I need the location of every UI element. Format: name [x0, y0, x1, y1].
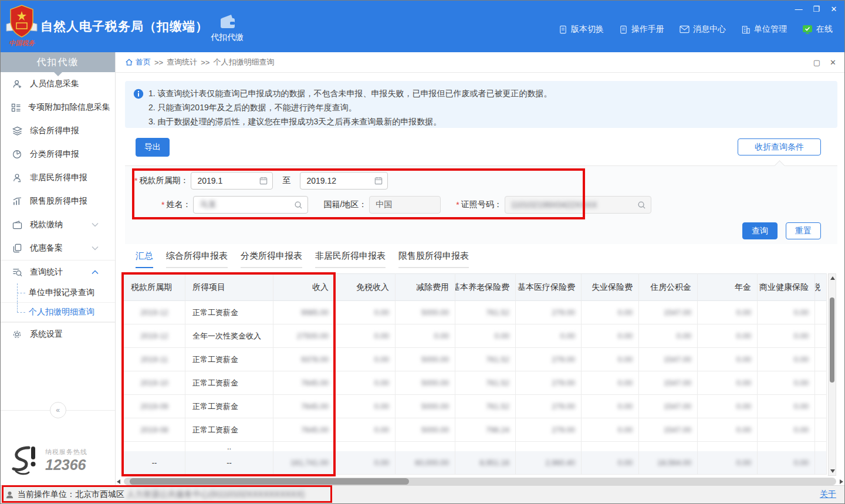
required-asterisk: * — [134, 176, 137, 185]
sidebar-item-6[interactable]: 限售股所得申报 — [1, 190, 115, 213]
period-to-input[interactable]: 2019.12 — [300, 172, 388, 190]
sidebar-item-3[interactable]: 综合所得申报 — [1, 119, 115, 143]
cell-value: 0.00 — [698, 348, 758, 371]
panel-maximize-icon[interactable]: ▢ — [813, 58, 820, 67]
person-icon — [11, 173, 23, 182]
cell-value: 798.24 — [455, 418, 516, 442]
vertical-scroll-thumb[interactable] — [830, 297, 834, 383]
cell-total-value: 18,564.00 — [639, 451, 698, 475]
scroll-up-arrow[interactable] — [830, 276, 835, 280]
cell-value: 0.00 — [698, 371, 758, 395]
col-header-text: 减除费用 — [416, 282, 449, 293]
result-table: 税款所属期所得项目收入免税收入减除费用基本养老保险费基本医疗保险费失业保险费住房… — [124, 273, 828, 475]
id-number-input[interactable]: 110102199X0422XXXX — [505, 196, 651, 214]
cell-clipped — [639, 442, 698, 451]
cell-value: 0.00 — [758, 418, 815, 442]
breadcrumb-home[interactable]: 首页 — [125, 57, 151, 67]
col-header-text: 失业保险费 — [592, 282, 633, 293]
tab-1[interactable]: 汇总 — [136, 251, 153, 268]
cell-value-text: 5000.00 — [421, 425, 449, 434]
breadcrumb-item[interactable]: 查询统计 — [167, 57, 197, 67]
cell-value: 761.52 — [455, 395, 516, 418]
sidebar-item-query-stats[interactable]: 查询统计 — [1, 260, 115, 283]
cell-item: 全年一次性奖金收入 — [185, 324, 273, 348]
cell-value: 1547.00 — [639, 301, 698, 324]
nationality-input[interactable]: 中国 — [369, 196, 441, 214]
tab-2[interactable]: 综合所得申报表 — [166, 251, 228, 268]
sidebar-item-2[interactable]: 专项附加扣除信息采集 — [1, 96, 115, 119]
minimize-button[interactable]: — — [794, 4, 803, 13]
cell-total-value: 8,951.16 — [455, 451, 516, 475]
cell-value: 0.00 — [582, 418, 639, 442]
cell-period: 2019-12 — [124, 301, 185, 324]
cell-total-value-text: 161,741.00 — [290, 458, 329, 467]
cell-value: 1547.00 — [639, 371, 698, 395]
scroll-down-arrow[interactable] — [830, 469, 835, 473]
notice-line-3: 3. 由于数据处理的滞后性，建议您在申报成功3天之后再来查询最新的申报数据。 — [148, 115, 830, 128]
horizontal-scrollbar[interactable] — [124, 478, 836, 485]
scroll-right-arrow[interactable] — [840, 479, 843, 484]
sidebar-subitem-2[interactable]: 个人扣缴明细查询 — [1, 303, 115, 322]
sidebar-item-label: 系统设置 — [30, 329, 108, 340]
about-link[interactable]: 关于 — [820, 489, 836, 500]
close-button[interactable]: ✕ — [829, 4, 839, 13]
header-menu-item-4[interactable]: 单位管理 — [741, 24, 787, 35]
sidebar-item-settings[interactable]: 系统设置 — [1, 322, 115, 346]
sidebar-item-8[interactable]: 优惠备案 — [1, 236, 115, 260]
vertical-scrollbar[interactable] — [828, 273, 836, 476]
calendar-icon[interactable] — [259, 177, 268, 185]
cell-value: 279.00 — [516, 301, 582, 324]
cell-value-text: 7645.00 — [301, 402, 329, 411]
calendar-icon[interactable] — [374, 177, 383, 185]
sidebar-item-4[interactable]: 分类所得申报 — [1, 143, 115, 166]
sidebar-item-5[interactable]: 非居民所得申报 — [1, 166, 115, 190]
tab-withholding-module[interactable]: 代扣代缴 — [205, 8, 249, 49]
name-input[interactable]: 马某 — [193, 196, 308, 214]
cell-value: 761.52 — [455, 371, 516, 395]
cell-period-text: 2019-12 — [140, 332, 168, 340]
document-icon — [619, 25, 628, 34]
restore-button[interactable]: ❐ — [812, 4, 821, 13]
header-menu-item-5[interactable]: 在线 — [802, 24, 833, 35]
export-button[interactable]: 导出 — [136, 138, 170, 157]
sidebar-header: 代扣代缴 — [1, 52, 115, 72]
cell-value-text: 0.00 — [794, 332, 809, 340]
panel-close-icon[interactable]: ✕ — [830, 58, 836, 67]
cell-value — [815, 418, 827, 442]
cell-item-text: 正常工资薪金 — [192, 354, 238, 365]
cell-value: 5000.00 — [396, 301, 455, 324]
scroll-left-arrow[interactable] — [117, 479, 120, 484]
sidebar-subitem-1[interactable]: 单位申报记录查询 — [1, 283, 115, 303]
list-icon — [11, 103, 21, 112]
cell-period-text: 2019-10 — [140, 378, 168, 387]
header-menu: 版本切换操作手册消息中心单位管理在线 — [559, 24, 833, 35]
bar-chart-icon — [11, 197, 23, 206]
cell-value: 5000.00 — [396, 371, 455, 395]
header-menu-item-1[interactable]: 版本切换 — [559, 24, 604, 35]
cell-value-text: 279.00 — [552, 425, 575, 434]
reset-button[interactable]: 重置 — [786, 222, 821, 239]
header-menu-item-3[interactable]: 消息中心 — [680, 24, 726, 35]
sidebar-item-label: 分类所得申报 — [30, 149, 108, 160]
tab-4[interactable]: 非居民所得申报表 — [315, 251, 386, 268]
cell-value-text: 0.00 — [736, 332, 751, 340]
building-icon — [741, 25, 751, 34]
cell-value: 0.00 — [698, 418, 758, 442]
cell-value: 0.00 — [758, 348, 815, 371]
cell-value: 5000.00 — [396, 395, 455, 418]
cell-value — [815, 301, 827, 324]
sidebar-item-7[interactable]: 税款缴纳 — [1, 213, 115, 236]
cell-value — [815, 395, 827, 418]
period-from-input[interactable]: 2019.1 — [191, 172, 273, 190]
horizontal-scroll-thumb[interactable] — [130, 478, 409, 485]
query-button[interactable]: 查询 — [742, 222, 778, 239]
header-menu-item-2[interactable]: 操作手册 — [619, 24, 664, 35]
tab-5[interactable]: 限售股所得申报表 — [398, 251, 469, 268]
tab-3[interactable]: 分类所得申报表 — [241, 251, 302, 268]
search-icon[interactable] — [294, 201, 303, 209]
main-content: 首页 >> 查询统计 >> 个人扣缴明细查询 ▢ ✕ 1. 该查询统计表仅能查询… — [116, 52, 844, 485]
collapse-query-button[interactable]: 收折查询条件 — [738, 138, 821, 155]
search-icon[interactable] — [637, 201, 646, 209]
cell-period: 2019-08 — [124, 418, 185, 442]
sidebar-collapse-button[interactable]: « — [50, 402, 66, 418]
